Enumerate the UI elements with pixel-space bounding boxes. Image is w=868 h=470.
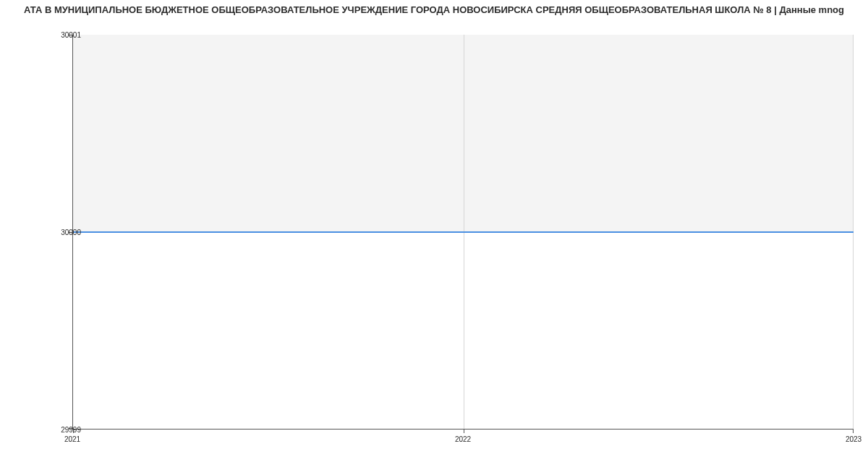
y-axis-label: 30000 xyxy=(38,228,81,236)
x-tick xyxy=(464,430,464,433)
y-axis-label: 30001 xyxy=(38,31,81,39)
plot-area xyxy=(72,35,854,430)
x-tick xyxy=(853,430,854,433)
y-axis-label: 29999 xyxy=(38,426,81,434)
data-line xyxy=(73,231,854,233)
x-axis-label: 2021 xyxy=(64,435,80,443)
chart-title: АТА В МУНИЦИПАЛЬНОЕ БЮДЖЕТНОЕ ОБЩЕОБРАЗО… xyxy=(0,4,868,15)
x-axis-label: 2022 xyxy=(455,435,471,443)
x-axis-label: 2023 xyxy=(846,435,861,443)
